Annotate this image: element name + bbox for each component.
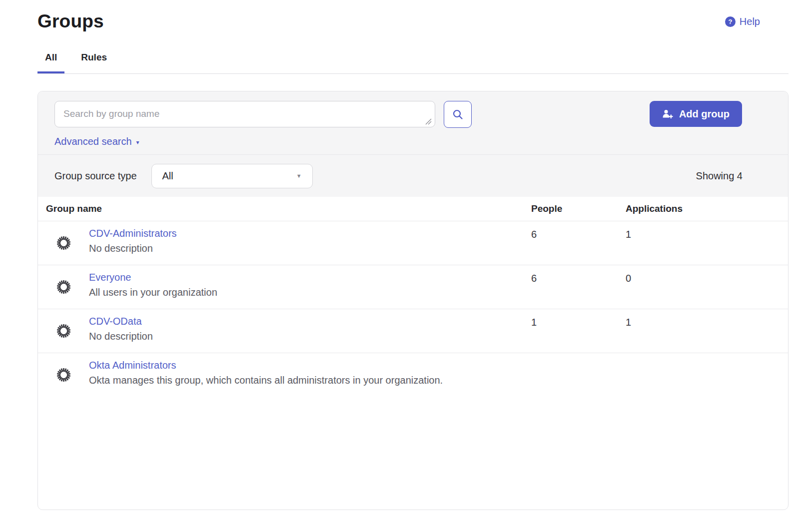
group-burst-icon bbox=[54, 322, 73, 340]
table-header: Group name People Applications bbox=[38, 197, 788, 221]
page-header: Groups ? Help bbox=[37, 0, 789, 32]
search-input[interactable] bbox=[54, 101, 435, 127]
table-row: CDV-Administrators No description 6 1 bbox=[38, 221, 788, 265]
people-count bbox=[531, 353, 626, 397]
filter-section: Group source type All ▼ Showing 4 bbox=[38, 154, 788, 197]
group-burst-icon bbox=[54, 234, 73, 252]
groups-panel: Add group Advanced search ▾ Group source… bbox=[37, 91, 789, 510]
group-source-type-label: Group source type bbox=[54, 170, 137, 182]
tab-bar: All Rules bbox=[37, 52, 789, 74]
applications-count bbox=[626, 353, 788, 397]
group-burst-icon bbox=[54, 278, 73, 296]
group-name-link[interactable]: CDV-OData bbox=[89, 316, 142, 327]
tab-rules[interactable]: Rules bbox=[73, 52, 114, 73]
applications-count: 0 bbox=[626, 265, 788, 309]
applications-count: 1 bbox=[626, 309, 788, 353]
resize-grip-icon[interactable] bbox=[425, 118, 432, 125]
group-source-type-select[interactable]: All ▼ bbox=[151, 164, 313, 188]
advanced-search-label: Advanced search bbox=[54, 136, 132, 147]
table-row: CDV-OData No description 1 1 bbox=[38, 309, 788, 353]
select-value: All bbox=[162, 170, 173, 182]
select-caret-icon: ▼ bbox=[296, 173, 302, 179]
column-header-people: People bbox=[531, 203, 626, 214]
groups-page: Groups ? Help All Rules bbox=[0, 0, 789, 510]
add-group-label: Add group bbox=[679, 108, 730, 120]
group-description: No description bbox=[89, 243, 177, 254]
tab-all[interactable]: All bbox=[37, 52, 64, 73]
showing-count: Showing 4 bbox=[696, 170, 743, 182]
group-description: All users in your organization bbox=[89, 287, 217, 298]
column-header-applications: Applications bbox=[626, 203, 788, 214]
group-description: Okta manages this group, which contains … bbox=[89, 375, 443, 386]
group-description: No description bbox=[89, 331, 153, 342]
page-title: Groups bbox=[37, 11, 104, 32]
table-row: Everyone All users in your organization … bbox=[38, 265, 788, 309]
person-plus-icon bbox=[662, 109, 674, 119]
group-name-link[interactable]: Everyone bbox=[89, 272, 131, 283]
table-row: Okta Administrators Okta manages this gr… bbox=[38, 353, 788, 397]
people-count: 6 bbox=[531, 221, 626, 265]
help-link[interactable]: ? Help bbox=[725, 16, 760, 27]
caret-down-icon: ▾ bbox=[136, 137, 139, 146]
search-button[interactable] bbox=[444, 101, 472, 128]
groups-table: Group name People Applications CDV-Admin… bbox=[38, 197, 788, 397]
search-section: Add group Advanced search ▾ bbox=[38, 91, 788, 154]
group-burst-icon bbox=[54, 366, 73, 384]
people-count: 6 bbox=[531, 265, 626, 309]
help-question-icon: ? bbox=[725, 16, 736, 27]
people-count: 1 bbox=[531, 309, 626, 353]
panel-controls-area: Add group Advanced search ▾ Group source… bbox=[38, 91, 788, 197]
help-label: Help bbox=[740, 16, 760, 27]
applications-count: 1 bbox=[626, 221, 788, 265]
add-group-button[interactable]: Add group bbox=[650, 101, 742, 127]
group-name-link[interactable]: Okta Administrators bbox=[89, 360, 176, 371]
column-header-group-name: Group name bbox=[38, 203, 531, 214]
group-name-link[interactable]: CDV-Administrators bbox=[89, 228, 177, 239]
search-box-wrap bbox=[54, 101, 435, 129]
search-icon bbox=[452, 108, 464, 121]
advanced-search-link[interactable]: Advanced search ▾ bbox=[54, 136, 742, 147]
